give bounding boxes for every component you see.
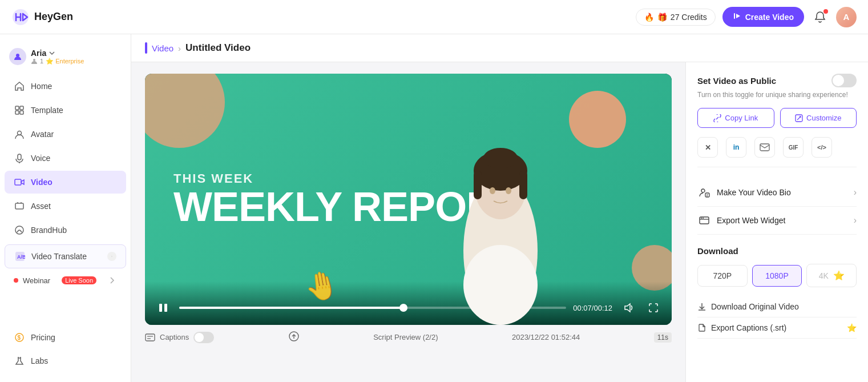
download-icon (697, 302, 706, 311)
quality-720p-button[interactable]: 720P (697, 265, 748, 287)
svg-rect-2 (734, 13, 735, 19)
pause-button[interactable] (154, 299, 172, 317)
web-widget-icon (697, 214, 711, 227)
app-logo[interactable]: HeyGen (11, 8, 73, 26)
svg-point-27 (490, 187, 495, 194)
progress-fill (179, 307, 403, 309)
sidebar-item-template[interactable]: Template (5, 99, 126, 122)
script-preview: Script Preview (2/2) (373, 333, 438, 341)
quality-1080p-button[interactable]: 1080P (752, 265, 802, 287)
gif-share-button[interactable]: GIF (783, 137, 804, 158)
sidebar-item-webinar[interactable]: Webinar Live Soon (5, 271, 126, 289)
user-avatar-small (9, 48, 26, 65)
create-video-button[interactable]: Create Video (722, 7, 804, 27)
svg-rect-6 (20, 106, 23, 110)
email-share-button[interactable] (754, 137, 775, 158)
video-bio-row[interactable]: Make Your Video Bio › (697, 179, 857, 207)
video-footer: Captions Script Preview (2/2) 2023/12/22… (145, 325, 672, 344)
sidebar-bottom: $ Pricing Labs (0, 325, 131, 373)
video-controls-bar: 00:07/00:12 (145, 282, 672, 325)
video-person (432, 119, 569, 325)
sidebar-item-avatar[interactable]: Avatar (5, 123, 126, 146)
chevron-right-icon: › (854, 215, 857, 226)
voice-icon (14, 152, 25, 164)
customize-icon (795, 114, 803, 122)
svg-rect-31 (146, 334, 155, 341)
link-icon (713, 114, 721, 122)
embed-code-button[interactable]: </> (812, 137, 832, 158)
svg-point-4 (33, 59, 35, 61)
captions-icon (145, 333, 155, 341)
public-label: Set Video as Public (697, 76, 776, 86)
svg-rect-23 (474, 171, 482, 199)
sidebar-item-video[interactable]: Video (5, 171, 126, 194)
breadcrumb-separator: › (178, 43, 181, 53)
sidebar-item-pricing[interactable]: $ Pricing (5, 326, 126, 349)
notifications-button[interactable] (811, 8, 829, 26)
public-toggle-row: Set Video as Public (697, 74, 857, 87)
social-icons-row: ✕ in GIF </> (697, 137, 857, 167)
time-display: 00:07/00:12 (573, 304, 612, 312)
captions-toggle[interactable] (193, 332, 214, 343)
svg-rect-36 (760, 144, 769, 151)
download-original-button[interactable]: Download Original Video (697, 296, 857, 317)
captions-section: Captions (145, 332, 214, 343)
public-toggle[interactable] (831, 74, 857, 87)
svg-rect-29 (159, 304, 162, 312)
premium-star-icon: ⭐ (833, 271, 845, 280)
webinar-live-badge: Live Soon (62, 276, 96, 284)
linkedin-share-button[interactable]: in (726, 137, 746, 158)
right-panel: Set Video as Public Turn on this toggle … (685, 62, 868, 382)
video-player: THIS WEEK WEEKLY REPORT (145, 74, 672, 325)
fullscreen-button[interactable] (644, 299, 663, 317)
export-captions-button[interactable]: Export Captions (.srt) ⭐ (697, 317, 857, 339)
sidebar: Aria 1 ⭐ Enterprise Home Template (0, 34, 131, 382)
person-icon (31, 58, 38, 65)
topbar: HeyGen 🔥 🎁 27 Credits Create Video A (0, 0, 868, 34)
app-name: HeyGen (34, 11, 73, 23)
gift-icon: 🎁 (657, 13, 667, 22)
svg-point-41 (703, 218, 704, 219)
quality-4k-button[interactable]: 4K ⭐ (806, 264, 857, 287)
sidebar-item-video-translate[interactable]: A/B Video Translate (5, 244, 126, 268)
email-icon (760, 143, 770, 151)
labs-icon (14, 355, 25, 367)
breadcrumb-parent-link[interactable]: Video (152, 43, 173, 53)
public-toggle-knob (833, 75, 844, 86)
upload-button[interactable] (288, 331, 300, 344)
web-widget-feature: Export Web Widget (697, 214, 785, 227)
twitter-share-button[interactable]: ✕ (697, 137, 718, 158)
credits-button[interactable]: 🔥 🎁 27 Credits (636, 9, 716, 26)
video-icon (14, 176, 25, 188)
public-description: Turn on this toggle for unique sharing e… (697, 91, 857, 99)
volume-button[interactable] (619, 299, 637, 317)
asset-icon (14, 200, 25, 212)
sidebar-item-asset[interactable]: Asset (5, 195, 126, 218)
translate-icon: A/B (14, 251, 26, 262)
notification-dot (823, 9, 828, 14)
sidebar-item-brandhub[interactable]: BrandHub (5, 219, 126, 242)
video-create-icon (733, 11, 742, 22)
video-content-area: THIS WEEK WEEKLY REPORT (131, 62, 868, 382)
video-main: THIS WEEK WEEKLY REPORT (131, 62, 685, 382)
copy-link-button[interactable]: Copy Link (697, 108, 774, 128)
webinar-live-dot (14, 278, 18, 283)
svg-text:$: $ (18, 335, 21, 341)
chevron-right-icon (107, 252, 116, 261)
sidebar-item-labs[interactable]: Labs (5, 349, 126, 372)
user-section[interactable]: Aria 1 ⭐ Enterprise (0, 43, 131, 74)
breadcrumb-current: Untitled Video (185, 42, 251, 54)
web-widget-row[interactable]: Export Web Widget › (697, 207, 857, 235)
export-icon (697, 323, 706, 332)
progress-thumb (399, 304, 407, 312)
pricing-icon: $ (14, 332, 25, 343)
sidebar-item-home[interactable]: Home (5, 75, 126, 98)
breadcrumb-accent (145, 42, 147, 54)
action-buttons: Copy Link Customize (697, 108, 857, 128)
sidebar-item-voice[interactable]: Voice (5, 147, 126, 170)
customize-button[interactable]: Customize (780, 108, 857, 128)
cursor-hand: 🤚 (302, 267, 342, 305)
captions-label: Captions (160, 333, 189, 341)
user-avatar-button[interactable]: A (836, 7, 857, 27)
download-title: Download (697, 246, 857, 256)
